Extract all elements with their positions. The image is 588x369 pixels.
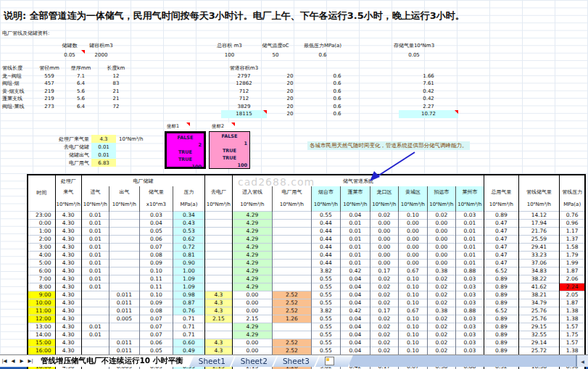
cell[interactable]: 0.42 (340, 307, 370, 315)
cell[interactable]: 4.29 (232, 283, 272, 291)
column-header[interactable]: 电厂储罐 (81, 175, 204, 186)
cell[interactable]: 4.30 (55, 323, 81, 331)
cell[interactable]: 3.82 (311, 267, 340, 275)
cell[interactable]: 0.47 (484, 227, 518, 235)
cell[interactable] (81, 307, 109, 315)
cell[interactable]: 21.76 (518, 227, 559, 235)
cell[interactable] (134, 110, 221, 118)
column-header[interactable]: 处理厂 (55, 175, 81, 186)
cell[interactable]: 0.49 (173, 347, 204, 355)
cell[interactable]: 21 (98, 88, 134, 96)
cell[interactable]: 0.53 (173, 227, 204, 235)
cell[interactable]: 0.03 (455, 299, 484, 307)
cell[interactable]: 1.26 (272, 315, 311, 323)
cell[interactable]: 0.00 (398, 235, 427, 243)
cell[interactable] (134, 103, 221, 111)
cell[interactable]: 0.05 (139, 227, 173, 235)
cell[interactable]: 0.89 (484, 347, 518, 355)
cell[interactable]: 0.02 (370, 299, 398, 307)
column-header[interactable]: 进气 (81, 186, 109, 198)
column-header[interactable]: 10⁴Nm³/h (55, 198, 81, 211)
cell[interactable]: 0.04 (340, 339, 370, 347)
cell[interactable] (272, 235, 311, 243)
tab-active-sheet[interactable]: 管线增压储气电厂不连续运行10 小时平衡 (31, 355, 193, 367)
cell[interactable]: 4.30 (55, 307, 81, 315)
column-header[interactable]: 蓬莱市 (340, 186, 370, 198)
cell[interactable]: 0.01 (455, 227, 484, 235)
column-header[interactable]: 总用气量 (484, 186, 518, 198)
cell[interactable]: 0.00 (232, 347, 272, 355)
column-header[interactable]: 10⁴Nm³/h (484, 198, 518, 211)
cell[interactable]: 0.44 (311, 219, 340, 227)
column-header[interactable]: 莱州市 (455, 186, 484, 198)
cell[interactable]: 0.00 (398, 251, 427, 259)
cell[interactable]: 0.34 (173, 211, 204, 219)
cell[interactable]: 20 (267, 103, 313, 111)
cell[interactable] (204, 283, 232, 291)
cell[interactable]: 0.00 (427, 227, 455, 235)
cell[interactable] (204, 219, 232, 227)
cell[interactable]: 0.47 (484, 251, 518, 259)
cell[interactable] (81, 347, 109, 355)
cell[interactable] (134, 72, 221, 80)
cell[interactable]: 0.67 (398, 307, 427, 315)
cell[interactable] (272, 259, 311, 267)
cell[interactable] (204, 235, 232, 243)
cell[interactable]: 1.00 (173, 267, 204, 275)
cell[interactable]: 0.01 (340, 235, 370, 243)
cell[interactable]: 存储气量10⁴Nm3 (384, 41, 444, 50)
cell[interactable]: 1.75 (559, 331, 585, 339)
cell[interactable] (347, 41, 384, 50)
cell[interactable]: 0.67 (398, 267, 427, 275)
cell[interactable]: 4.29 (232, 211, 272, 219)
cell[interactable]: 7:00 (28, 275, 55, 283)
cell[interactable]: 0.02 (427, 331, 455, 339)
cell[interactable]: 0.00 (370, 251, 398, 259)
column-header[interactable]: 管线储气量 (518, 186, 559, 198)
cell[interactable]: 4.3 (91, 135, 116, 143)
cell[interactable]: 0.04 (340, 299, 370, 307)
cell[interactable]: 0.02 (370, 315, 398, 323)
cell[interactable]: 4.3 (204, 339, 232, 347)
column-header[interactable]: 去电厂 (204, 186, 232, 198)
cell[interactable]: 1.37 (559, 235, 585, 243)
cell[interactable]: 0.01 (455, 243, 484, 251)
cell[interactable]: 黄-烟支线 (1, 88, 35, 96)
cell[interactable]: 0.89 (484, 275, 518, 283)
cell[interactable] (109, 251, 139, 259)
cell[interactable]: 0.06 (139, 235, 173, 243)
cell[interactable]: 2.52 (272, 307, 311, 315)
cell[interactable]: 0.62 (173, 235, 204, 243)
cell[interactable]: 0.89 (484, 299, 518, 307)
cell[interactable]: 219 (35, 88, 64, 96)
cell[interactable] (272, 211, 311, 219)
cell[interactable] (117, 41, 207, 50)
cell[interactable]: 0.00 (427, 219, 455, 227)
cell[interactable]: 0.011 (109, 347, 139, 355)
first-sheet-button[interactable]: |◀ (0, 355, 9, 367)
cell[interactable] (98, 110, 134, 118)
cell[interactable]: 4.30 (55, 275, 81, 283)
cell[interactable]: 储罐出气 (28, 151, 91, 159)
cell[interactable]: 0.98 (173, 291, 204, 299)
cell[interactable]: 219 (35, 95, 64, 103)
column-header[interactable]: 出气 (109, 186, 139, 198)
cell[interactable]: 0.71 (173, 331, 204, 339)
cell[interactable] (109, 267, 139, 275)
column-header[interactable]: 管线压力 (559, 186, 585, 198)
cell[interactable]: 4.30 (55, 219, 81, 227)
cell[interactable]: 4.30 (55, 283, 81, 291)
cell[interactable]: 4.30 (55, 259, 81, 267)
cell[interactable]: 0.08 (139, 307, 173, 315)
cell[interactable] (267, 65, 313, 72)
cell[interactable]: 阀组-烟 (1, 80, 35, 88)
cell[interactable] (134, 95, 221, 103)
cell[interactable]: 0.6 (313, 88, 361, 96)
cell[interactable]: 2.06 (559, 275, 585, 283)
tab-sheet1[interactable]: Sheet1 (189, 355, 235, 367)
column-header[interactable]: 10⁴Nm³/h (340, 198, 370, 211)
cell[interactable]: 0.17 (370, 267, 398, 275)
cell[interactable]: 4.29 (232, 275, 272, 283)
cell[interactable]: 0.72 (173, 243, 204, 251)
cell[interactable]: 0.01 (81, 323, 109, 331)
